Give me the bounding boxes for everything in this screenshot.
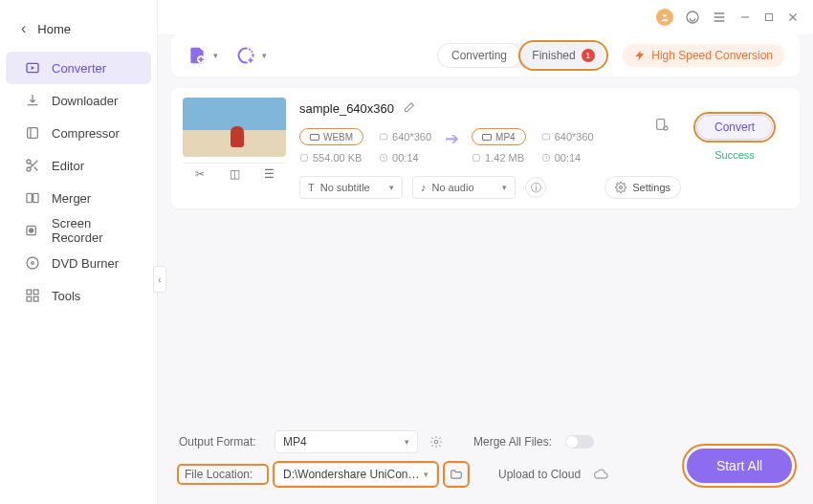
sidebar-item-label: Editor	[52, 159, 84, 173]
merge-icon	[25, 190, 40, 206]
user-avatar[interactable]	[656, 9, 673, 26]
filename: sample_640x360	[299, 101, 394, 116]
settings-button[interactable]: Settings	[604, 176, 681, 199]
subtitle-icon: T	[308, 182, 315, 193]
sidebar-collapse-handle[interactable]: ‹	[153, 266, 166, 293]
high-speed-label: High Speed Conversion	[651, 49, 773, 62]
video-thumbnail[interactable]	[183, 98, 286, 157]
target-resolution: 640*360	[541, 131, 594, 142]
source-resolution: 640*360	[379, 131, 431, 142]
titlebar	[158, 0, 813, 34]
tab-converting-label: Converting	[451, 49, 507, 62]
sidebar-item-label: DVD Burner	[52, 256, 119, 271]
trim-icon[interactable]: ✂	[188, 167, 211, 181]
audio-icon: ♪	[421, 182, 427, 193]
sidebar-list: Converter Downloader Compressor Editor M…	[0, 52, 157, 312]
window-minimize[interactable]	[738, 11, 752, 24]
output-format-value: MP4	[283, 435, 307, 449]
status-success: Success	[714, 149, 755, 161]
arrow-icon: ➔	[435, 126, 468, 149]
sidebar-item-label: Screen Recorder	[52, 216, 140, 245]
tab-converting[interactable]: Converting	[437, 43, 521, 68]
file-location-dropdown[interactable]: D:\Wondershare UniConverter 1 ▾	[275, 463, 437, 486]
chevron-down-icon: ▾	[389, 183, 394, 192]
thumbnail-column: ✂ ◫ ☰	[183, 98, 286, 199]
sidebar-item-downloader[interactable]: Downloader	[6, 84, 151, 117]
filename-row: sample_640x360	[299, 98, 681, 119]
output-settings-icon[interactable]	[654, 117, 670, 132]
sidebar-item-screen-recorder[interactable]: Screen Recorder	[6, 214, 151, 247]
svg-point-9	[32, 262, 34, 265]
folder-icon	[450, 468, 463, 481]
sidebar-item-merger[interactable]: Merger	[6, 182, 151, 214]
chevron-down-icon: ▾	[424, 470, 428, 479]
sidebar-item-editor[interactable]: Editor	[6, 149, 151, 182]
start-all-button[interactable]: Start All	[687, 449, 792, 483]
sidebar-item-label: Converter	[52, 61, 106, 76]
footer: Output Format: MP4 ▾ Merge All Files: St…	[171, 420, 800, 504]
disc-icon	[25, 255, 40, 271]
target-size: 1.42 MB	[472, 152, 526, 164]
svg-rect-13	[33, 296, 38, 301]
menu-icon[interactable]	[712, 10, 727, 25]
add-url-caret[interactable]: ▾	[262, 51, 267, 60]
compress-icon	[25, 125, 40, 141]
svg-rect-19	[380, 134, 387, 140]
svg-rect-12	[27, 296, 32, 301]
effects-icon[interactable]: ☰	[257, 167, 280, 181]
convert-button[interactable]: Convert	[696, 115, 773, 140]
add-url-icon	[236, 46, 255, 65]
svg-rect-20	[301, 155, 308, 162]
format-grid: WEBM 640*360 554.00 KB 00:14 ➔ MP4 640*3…	[299, 126, 681, 168]
sidebar-item-label: Tools	[52, 289, 80, 303]
add-url-button[interactable]	[235, 45, 256, 66]
window-maximize[interactable]	[763, 11, 775, 23]
audio-value: No audio	[432, 182, 474, 193]
support-icon[interactable]	[685, 10, 700, 25]
output-settings-gear[interactable]	[429, 435, 443, 449]
sidebar-item-label: Downloader	[52, 94, 118, 108]
file-location-value: D:\Wondershare UniConverter 1	[283, 468, 424, 481]
download-icon	[25, 93, 40, 108]
add-file-caret[interactable]: ▾	[213, 51, 218, 60]
back-chevron-icon: ‹	[21, 20, 26, 37]
target-format-tag[interactable]: MP4	[472, 128, 526, 145]
home-nav[interactable]: ‹ Home	[0, 10, 157, 48]
sidebar-item-converter[interactable]: Converter	[6, 52, 151, 84]
chevron-down-icon: ▾	[405, 437, 409, 447]
tab-segment: Converting Finished 1	[437, 43, 605, 68]
open-folder-button[interactable]	[445, 463, 468, 486]
app-window: ‹ Home Converter Downloader Compressor E…	[0, 0, 813, 504]
add-file-icon	[187, 46, 207, 65]
subtitle-value: No subtitle	[320, 182, 370, 193]
grid-icon	[25, 288, 40, 303]
gear-icon	[615, 182, 626, 193]
high-speed-chip[interactable]: High Speed Conversion	[623, 44, 784, 67]
sidebar-item-dvd-burner[interactable]: DVD Burner	[6, 247, 151, 279]
cloud-upload-icon[interactable]	[594, 467, 609, 482]
svg-point-27	[664, 126, 668, 130]
sidebar-item-compressor[interactable]: Compressor	[6, 117, 151, 149]
home-label: Home	[37, 22, 71, 36]
target-duration: 00:14	[541, 152, 594, 164]
sidebar-item-label: Merger	[52, 191, 91, 206]
source-block: WEBM 640*360 554.00 KB 00:14	[299, 126, 431, 168]
add-file-button[interactable]	[187, 45, 208, 66]
rename-icon[interactable]	[402, 101, 415, 115]
svg-point-14	[663, 14, 666, 17]
record-icon	[25, 223, 40, 238]
merge-toggle[interactable]	[565, 435, 594, 449]
tab-finished[interactable]: Finished 1	[521, 43, 605, 68]
source-size: 554.00 KB	[299, 152, 363, 164]
sidebar-item-tools[interactable]: Tools	[6, 279, 151, 312]
subtitle-dropdown[interactable]: T No subtitle ▾	[299, 176, 403, 199]
output-format-dropdown[interactable]: MP4 ▾	[275, 430, 418, 453]
scissors-icon	[25, 158, 40, 173]
svg-rect-23	[473, 155, 480, 162]
svg-rect-22	[542, 134, 550, 140]
crop-icon[interactable]: ◫	[223, 167, 246, 181]
svg-rect-5	[33, 193, 38, 202]
window-close[interactable]	[786, 11, 800, 24]
info-button[interactable]: ⓘ	[525, 177, 546, 198]
audio-dropdown[interactable]: ♪ No audio ▾	[412, 176, 516, 199]
